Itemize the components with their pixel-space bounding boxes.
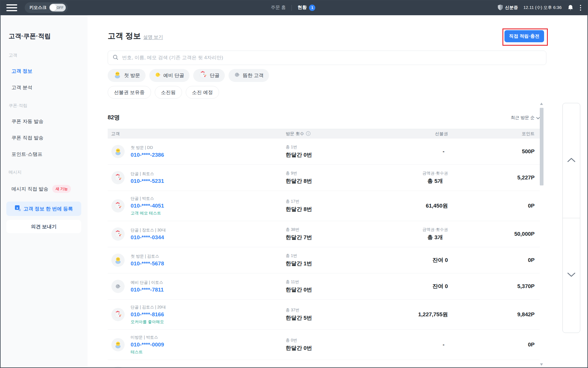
customer-tag: 단골 | 박토스: [131, 196, 286, 201]
sidebar-item-coupon-auto[interactable]: 쿠폰 자동 발송: [11, 118, 88, 125]
visits-month: 한달간 0번: [286, 151, 390, 159]
customer-tag: 단골 | 김토스 | 20대: [131, 305, 286, 310]
toggle-state-label: OFF: [57, 6, 63, 10]
customer-avatar-icon: [111, 338, 125, 351]
bell-icon[interactable]: [568, 5, 573, 11]
visits-total: 총 38번: [286, 227, 390, 232]
page-down-button[interactable]: [563, 218, 580, 333]
prepaid-value: 잔여 0: [432, 283, 448, 290]
visits-total: 총 1번: [286, 145, 390, 150]
main-content: 고객 정보 설명 보기 직접 적립·충전 첫 방문 예비 단골 단골 뜸한 고객…: [88, 15, 588, 368]
customer-avatar-icon: [111, 280, 125, 293]
customer-avatar-icon: [111, 199, 125, 212]
segment-filter-chip[interactable]: 예비 단골: [149, 69, 190, 82]
search-input[interactable]: [121, 55, 541, 61]
customer-phone[interactable]: 010-****-5231: [131, 178, 286, 184]
kiosk-label: 키오스크: [29, 5, 47, 10]
scrollbar-thumb[interactable]: [540, 108, 543, 185]
id-label: 신분증: [505, 5, 518, 10]
sidebar-item-customer-analysis[interactable]: 고객 분석: [11, 84, 88, 91]
customer-tag: 단골 | 장토스 | 30대: [131, 228, 286, 233]
search-bar[interactable]: [108, 51, 546, 65]
segment-chip-icon: [113, 70, 122, 80]
visits-total: 총 11번: [286, 279, 390, 285]
points-value: 5,227P: [448, 175, 540, 181]
table-header: 고객 방문 횟수 선불권 포인트: [108, 129, 540, 139]
prepaid-filter-chip[interactable]: 소진 예정: [186, 86, 219, 99]
customer-memo: 테스트: [131, 350, 286, 355]
segment-filter-chip[interactable]: 단골: [193, 69, 225, 82]
shield-icon: [498, 4, 503, 11]
customer-row[interactable]: 단골 | 박토스 010-****-4051 고객 메모 테스트 총 17번 한…: [108, 191, 540, 221]
nav-status[interactable]: 현황 1: [298, 5, 316, 11]
chevron-down-icon: [567, 273, 575, 278]
scrollbar-down-arrow-icon[interactable]: [540, 363, 543, 366]
sidebar-item-point-stamp[interactable]: 포인트·스탬프: [11, 151, 88, 158]
points-value: 0P: [448, 203, 540, 209]
column-visits: 방문 횟수: [286, 131, 390, 137]
nav-order-home[interactable]: 주문 홈: [271, 5, 286, 11]
customer-phone[interactable]: 010-****-8166: [131, 311, 286, 318]
customer-tag: 단골 | 최토스: [131, 171, 286, 177]
customer-row[interactable]: 첫 방문 | DD 010-****-2386 총 1번 한달간 0번 - 50…: [108, 139, 540, 165]
page-title: 고객 정보: [108, 31, 141, 41]
hamburger-menu-icon[interactable]: [6, 4, 17, 11]
customer-row[interactable]: 단골 | 김토스 | 20대 010-****-8166 오커아를 좋아해요 총…: [108, 300, 540, 330]
sidebar-item-customer-info[interactable]: 고객 정보: [11, 68, 88, 74]
column-prepaid: 선불권: [390, 131, 448, 137]
customer-avatar-icon: [111, 171, 125, 184]
visits-month: 한달간 5번: [286, 314, 390, 322]
bulk-register-button[interactable]: x 고객 정보 한 번에 등록: [6, 202, 81, 216]
customer-phone[interactable]: 010-****-4051: [131, 203, 286, 209]
segment-filter-row: 첫 방문 예비 단골 단골 뜸한 고객: [108, 69, 269, 82]
points-value: 9,842P: [448, 311, 540, 318]
customer-phone[interactable]: 010-****-0009: [131, 342, 286, 348]
scrollbar-up-arrow-icon[interactable]: [540, 103, 543, 105]
customer-phone[interactable]: 010-****-2386: [131, 152, 286, 158]
customer-phone[interactable]: 010-****-7811: [131, 287, 286, 293]
info-icon[interactable]: [306, 131, 311, 137]
customer-row[interactable]: 예비 단골 | 이토스 010-****-7811 총 11번 한달간 0번 잔…: [108, 273, 540, 300]
customer-memo: 오커아를 좋아해요: [131, 319, 286, 325]
prepaid-chip-label: 소진됨: [161, 89, 176, 96]
customer-memo: 고객 메모 테스트: [131, 211, 286, 216]
segment-filter-chip[interactable]: 뜸한 고객: [229, 69, 269, 82]
help-link[interactable]: 설명 보기: [143, 34, 163, 40]
sidebar-item-coupon-direct[interactable]: 쿠폰 직접 발송: [11, 135, 88, 141]
sidebar-item-message-direct[interactable]: 메시지 직접 발송 새 기능: [11, 185, 88, 193]
segment-chip-label: 예비 단골: [163, 72, 184, 79]
customer-row[interactable]: 단골 | 장토스 | 30대 010-****-0344 총 38번 한달간 7…: [108, 221, 540, 247]
customer-row[interactable]: 예비 단골 | 박토스 | 20대 총 2번: [108, 360, 540, 368]
sort-dropdown[interactable]: 최근 방문 순: [511, 115, 540, 120]
customer-phone[interactable]: 010-****-5678: [131, 260, 286, 267]
customer-row[interactable]: 단골 | 최토스 010-****-5231 총 9번 한달간 8번 금액권·횟…: [108, 165, 540, 191]
feedback-button[interactable]: 의견 보내기: [6, 220, 81, 233]
prepaid-value: -: [443, 148, 448, 155]
visits-total: 총 37번: [286, 308, 390, 313]
id-verification[interactable]: 신분증: [498, 4, 518, 11]
points-value: 500P: [448, 148, 540, 155]
sidebar-section-coupon: 쿠폰·적립: [9, 103, 88, 108]
visits-month: 한달간 8번: [286, 206, 390, 213]
search-icon: [113, 54, 118, 61]
customer-avatar-icon: [111, 227, 125, 241]
prepaid-filter-chip[interactable]: 소진됨: [155, 86, 182, 99]
kebab-menu-icon[interactable]: [578, 4, 583, 11]
segment-chip-label: 첫 방문: [124, 72, 140, 79]
scrollbar[interactable]: [540, 101, 543, 367]
prepaid-value: 총 3개: [422, 234, 448, 241]
segment-chip-label: 뜸한 고객: [243, 72, 264, 79]
page-up-button[interactable]: [563, 103, 580, 218]
kiosk-toggle[interactable]: OFF: [49, 4, 66, 12]
customer-row[interactable]: 미방문 | 박토스 010-****-0009 테스트 총 0번 한달간 0번 …: [108, 330, 540, 360]
direct-charge-button[interactable]: 직접 적립·충전: [504, 30, 544, 42]
customer-row[interactable]: 첫 방문 | 김토스 010-****-5678 총 1번 한달간 1번 잔여 …: [108, 247, 540, 273]
customer-phone[interactable]: 010-****-0344: [131, 234, 286, 241]
kiosk-toggle-group[interactable]: 키오스크 OFF: [25, 2, 68, 13]
segment-chip-icon: [155, 72, 161, 79]
segment-filter-chip[interactable]: 첫 방문: [108, 69, 146, 82]
customer-tag: 첫 방문 | 김토스: [131, 254, 286, 259]
excel-icon: x: [15, 205, 21, 213]
prepaid-filter-chip[interactable]: 선불권 보유중: [108, 86, 151, 99]
visits-month: 한달간 0번: [286, 286, 390, 294]
